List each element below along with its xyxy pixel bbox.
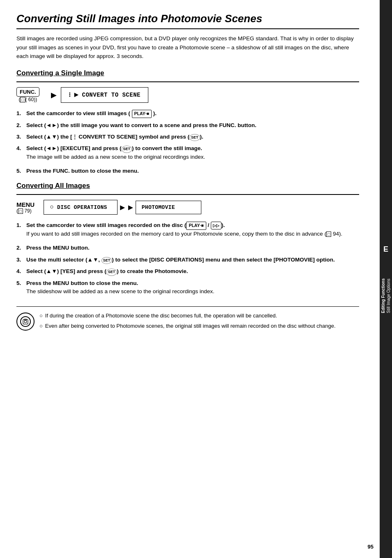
note-2: ○ Even after being converted to Photomov…: [39, 322, 336, 331]
page-number: 95: [368, 544, 374, 550]
play-badge2: PLAY·■: [186, 222, 206, 230]
arrow1: ▶: [51, 90, 57, 100]
side-tab-text: Editing Functions Still Image Options: [380, 278, 391, 313]
step-2-2: 2. Press the MENU button.: [16, 244, 359, 252]
step-1-3: 3. Select (▲▼) the [⋮ CONVERT TO SCENE] …: [16, 133, 359, 141]
menu-row: MENU (□ 79) ○ DISC OPERATIONS ►► PHOTOMO…: [16, 200, 359, 215]
convert-box: ⁝ ► CONVERT TO SCENE: [61, 87, 148, 103]
section2-title: Converting All Images: [16, 182, 359, 190]
photomovie-box: PHOTOMOVIE: [136, 201, 201, 214]
memory-icon: ▷▷: [211, 222, 221, 229]
play-badge: PLAY·■: [132, 110, 152, 118]
func-ref: (□( 60)): [18, 97, 37, 102]
grid-icon: ⁝: [69, 91, 71, 99]
title-divider: [16, 28, 359, 29]
side-tab: E Editing Functions Still Image Options: [380, 0, 392, 558]
step-1-5: 5. Press the FUNC. button to close the m…: [16, 167, 359, 175]
menu-ref: (□ 79): [16, 208, 39, 214]
section1-steps: 1. Set the camcorder to view still image…: [16, 109, 359, 176]
svg-point-1: [24, 320, 27, 323]
step-2-5-sub: The slideshow will be added as a new sce…: [26, 287, 359, 296]
note-1: ○ If during the creation of a Photomovie…: [39, 312, 336, 320]
section1-title: Converting a Single Image: [16, 69, 359, 77]
page-title: Converting Still Images into Photomovie …: [16, 12, 359, 25]
section2-rule: [16, 194, 359, 195]
section-all-images: Converting All Images MENU (□ 79) ○ DISC…: [16, 182, 359, 298]
menu-label: MENU: [16, 201, 35, 208]
notes-section: ○ If during the creation of a Photomovie…: [16, 306, 359, 332]
svg-point-0: [21, 317, 30, 326]
step-2-5: 5. Press the MENU button to close the me…: [16, 279, 359, 299]
section-single-image: Converting a Single Image FUNC. (□( 60))…: [16, 69, 359, 176]
disc-ops-box: ○ DISC OPERATIONS: [44, 200, 118, 215]
disc-icon: ○: [50, 204, 54, 211]
notes-list: ○ If during the creation of a Photomovie…: [39, 312, 336, 332]
func-badge: FUNC.: [16, 87, 39, 97]
step-2-1-sub: If you want to add still images recorded…: [26, 230, 359, 238]
side-tab-letter: E: [383, 245, 388, 254]
disc-ops-label: DISC OPERATIONS: [57, 204, 107, 211]
section1-rule: [16, 81, 359, 82]
step-1-1: 1. Set the camcorder to view still image…: [16, 109, 359, 118]
step-1-4: 4. Select (◄►) [EXECUTE] and press (SET)…: [16, 144, 359, 164]
photomovie-label: PHOTOMOVIE: [142, 204, 175, 211]
func-row: FUNC. (□( 60)) ▶ ⁝ ► CONVERT TO SCENE: [16, 87, 359, 103]
step-2-4: 4. Select (▲▼) [YES] and press (SET) to …: [16, 267, 359, 276]
step-2-1: 1. Set the camcorder to view still image…: [16, 221, 359, 241]
step-1-2: 2. Select (◄►) the still image you want …: [16, 121, 359, 130]
double-arrow: ►►: [118, 203, 135, 212]
convert-label: CONVERT TO SCENE: [82, 92, 141, 98]
step-2-3: 3. Use the multi selector (▲▼, SET) to s…: [16, 256, 359, 264]
arrow2: ►: [74, 91, 78, 99]
section2-steps: 1. Set the camcorder to view still image…: [16, 221, 359, 298]
intro-text: Still images are recorded using JPEG com…: [16, 34, 359, 61]
step-1-4-sub: The image will be added as a new scene t…: [26, 153, 359, 161]
note-icon: [16, 313, 35, 331]
